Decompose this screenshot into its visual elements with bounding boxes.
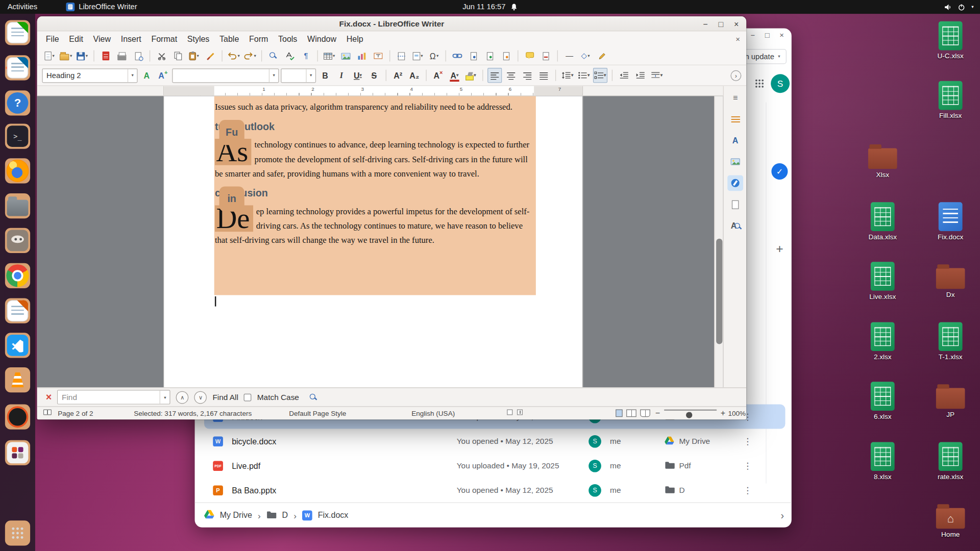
maximize-icon[interactable]: □ — [718, 19, 723, 29]
desktop-icon-2-xlsx[interactable]: 2.xlsx — [854, 322, 911, 360]
desktop-icon-rate-xlsx[interactable]: rate.xlsx — [922, 442, 979, 480]
clone-formatting-button[interactable] — [203, 48, 218, 64]
save-button[interactable]: ▾ — [75, 48, 90, 64]
breadcrumb-my-drive[interactable]: My Drive — [220, 511, 252, 520]
export-pdf-button[interactable] — [98, 48, 113, 64]
find-and-replace-button[interactable] — [310, 393, 317, 401]
menu-table[interactable]: Table — [214, 32, 244, 47]
sidebar-settings-button[interactable]: ≡ — [727, 90, 743, 106]
close-icon[interactable]: × — [779, 31, 784, 39]
dock-vlc[interactable] — [5, 367, 30, 392]
dock-libreoffice-calc[interactable] — [5, 20, 30, 45]
zoom-level[interactable]: 100% — [728, 409, 746, 417]
sidebar-properties-button[interactable] — [727, 111, 743, 127]
desktop-icon-fix-docx[interactable]: Fix.docx — [922, 202, 979, 240]
menu-form[interactable]: Form — [244, 32, 273, 47]
decrease-indent-button[interactable] — [617, 68, 631, 83]
close-find-bar-icon[interactable]: × — [46, 391, 52, 403]
superscript-button[interactable]: A² — [391, 68, 405, 83]
language-status[interactable]: English (USA) — [411, 409, 455, 417]
zoom-handle[interactable] — [686, 412, 692, 418]
spelling-button[interactable] — [282, 48, 298, 64]
underline-button[interactable]: U▾ — [351, 68, 365, 83]
book-view-icon[interactable] — [640, 409, 650, 417]
desktop-icon-live-xlsx[interactable]: Live.xlsx — [854, 262, 911, 300]
page-number-status[interactable]: Page 2 of 2 — [58, 409, 93, 417]
menu-window[interactable]: Window — [302, 32, 341, 47]
font-name-select[interactable]: ▾ — [172, 68, 279, 83]
page-break-button[interactable] — [394, 48, 409, 64]
dock-vscode[interactable] — [5, 333, 30, 358]
menu-insert[interactable]: Insert — [116, 32, 146, 47]
single-page-view-icon[interactable] — [616, 409, 623, 417]
document-page[interactable]: Issues such as data privacy, algorithm t… — [163, 96, 583, 387]
google-apps-grid-icon[interactable] — [755, 79, 764, 90]
numbered-list-button[interactable]: ▾ — [593, 68, 607, 83]
sidebar-styles-button[interactable]: A — [727, 133, 743, 148]
insert-bookmark-button[interactable] — [499, 48, 514, 64]
draw-functions-button[interactable] — [594, 48, 609, 64]
dock-show-applications[interactable] — [5, 520, 30, 545]
insert-footnote-button[interactable] — [466, 48, 481, 64]
find-input[interactable] — [58, 391, 160, 404]
desktop-icon-fill-xlsx[interactable]: Fill.xlsx — [922, 81, 979, 119]
close-icon[interactable]: × — [734, 19, 739, 29]
tasks-icon[interactable]: ✓ — [771, 163, 788, 180]
scrollbar-thumb[interactable] — [716, 239, 722, 344]
insert-table-button[interactable]: ▾ — [322, 48, 337, 64]
insert-image-button[interactable] — [338, 48, 353, 64]
dock-terminal[interactable]: >_ — [5, 123, 30, 148]
font-color-button[interactable]: A▾ — [447, 68, 461, 83]
desktop-icon-data-xlsx[interactable]: Data.xlsx — [854, 202, 911, 240]
more-options-icon[interactable]: ⋮ — [743, 461, 752, 471]
page-style-status[interactable]: Default Page Style — [289, 409, 346, 417]
subscript-button[interactable]: A₂ — [407, 68, 422, 83]
get-addons-plus-icon[interactable]: + — [771, 240, 788, 257]
print-preview-button[interactable] — [131, 48, 146, 64]
print-button[interactable] — [114, 48, 130, 64]
sidebar-navigator-button[interactable] — [727, 175, 743, 191]
highlight-color-button[interactable]: ▾ — [463, 68, 478, 83]
bold-button[interactable]: B — [318, 68, 332, 83]
find-next-button[interactable]: ∨ — [194, 391, 207, 404]
activities-button[interactable]: Activities — [8, 3, 37, 11]
dock-software-center[interactable] — [5, 405, 30, 430]
file-row[interactable]: W bicycle.docx You opened • May 12, 2025… — [204, 429, 785, 454]
open-button[interactable]: ▾ — [58, 48, 74, 64]
word-count-status[interactable]: Selected: 317 words, 2,167 characters — [134, 409, 252, 417]
paste-button[interactable]: ▾ — [187, 48, 202, 64]
new-document-button[interactable]: ▾ — [42, 48, 57, 64]
zoom-out-icon[interactable]: − — [655, 408, 660, 417]
breadcrumb-folder-d[interactable]: D — [282, 511, 288, 520]
menu-edit[interactable]: Edit — [64, 32, 88, 47]
insert-chart-button[interactable] — [354, 48, 370, 64]
clear-formatting-button[interactable]: A× — [431, 68, 445, 83]
desktop-icon-6-xlsx[interactable]: 6.xlsx — [854, 382, 911, 420]
menu-view[interactable]: View — [88, 32, 116, 47]
find-all-button[interactable]: Find All — [212, 393, 238, 402]
sidebar-page-button[interactable] — [727, 196, 743, 212]
insert-textbox-button[interactable] — [371, 48, 386, 64]
avatar[interactable]: S — [771, 74, 790, 93]
clock-menu[interactable]: Jun 11 16:57 — [462, 3, 518, 11]
align-right-button[interactable] — [520, 68, 534, 83]
zoom-in-icon[interactable]: + — [721, 408, 725, 417]
chevron-right-icon[interactable]: › — [780, 510, 784, 521]
match-case-checkbox[interactable] — [244, 393, 252, 401]
desktop-icon-8-xlsx[interactable]: 8.xlsx — [854, 442, 911, 480]
system-status-menu[interactable]: ▾ — [944, 4, 973, 11]
page-ruler[interactable]: 1 2 3 4 5 6 7 — [163, 86, 583, 95]
desktop-icon-home-folder[interactable]: ⌂Home — [922, 502, 979, 538]
dock-files[interactable] — [5, 193, 30, 218]
align-center-button[interactable] — [504, 68, 518, 83]
insert-endnote-button[interactable] — [482, 48, 498, 64]
horizontal-line-button[interactable]: — — [561, 48, 577, 64]
sidebar-gallery-button[interactable] — [727, 154, 743, 170]
align-left-button[interactable] — [487, 68, 502, 83]
insert-field-button[interactable]: ▾ — [410, 48, 426, 64]
dock-firefox[interactable] — [5, 158, 30, 183]
italic-button[interactable]: I — [334, 68, 349, 83]
dock-gimp[interactable] — [5, 228, 30, 253]
dock-help[interactable]: ? — [5, 90, 30, 115]
line-spacing-button[interactable]: ▾ — [560, 68, 575, 83]
